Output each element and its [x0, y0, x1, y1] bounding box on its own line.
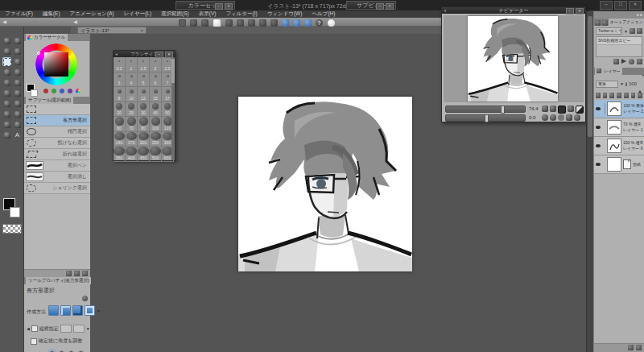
- aspect-unit-dropdown-icon[interactable]: ▼: [86, 326, 90, 331]
- frame-border-tool-icon[interactable]: [13, 120, 22, 129]
- blend-mode-dropdown[interactable]: 乗算: [596, 81, 618, 88]
- menu-selection[interactable]: 選択範囲(S): [156, 10, 194, 18]
- delete-icon[interactable]: [248, 19, 255, 27]
- zoom-in-icon[interactable]: [550, 106, 556, 112]
- draft-layer-icon[interactable]: [624, 93, 629, 98]
- undo-icon[interactable]: [225, 19, 233, 27]
- magnifier-icon[interactable]: [82, 296, 88, 301]
- fit-to-screen-icon[interactable]: [568, 106, 574, 112]
- collapse-palette-icon[interactable]: ◀: [72, 19, 78, 26]
- zoom-out-icon[interactable]: [542, 106, 548, 112]
- navigator-titlebar[interactable]: ◂ ナビゲーター − ▾: [442, 7, 585, 14]
- layer-thumbnail[interactable]: [607, 101, 621, 116]
- zoom-tool-icon[interactable]: [2, 36, 11, 45]
- figure-tool-icon[interactable]: [2, 120, 11, 129]
- brush-size-cell[interactable]: 30: [138, 102, 150, 118]
- auto-action-list-icon[interactable]: [630, 28, 635, 34]
- brush-size-cell[interactable]: 400: [126, 147, 138, 162]
- auto-action-item[interactable]: SNS投稿用コピー: [597, 37, 642, 45]
- layer-row[interactable]: 100 % 乗算 レイヤー 2: [594, 100, 644, 118]
- play-icon[interactable]: [621, 59, 626, 64]
- layer-move-tool-icon[interactable]: [13, 47, 22, 56]
- zoom-100-icon[interactable]: [558, 106, 566, 114]
- brush-tool-icon[interactable]: [13, 78, 22, 87]
- clip-below-icon[interactable]: [596, 93, 601, 98]
- preset-color-green-icon[interactable]: [52, 89, 56, 93]
- selection-tool-icon[interactable]: [2, 57, 11, 66]
- brush-size-cell[interactable]: 80: [138, 117, 150, 132]
- layer-thumbnail[interactable]: [607, 139, 621, 153]
- blend-mode-expand-icon[interactable]: ▼: [620, 81, 624, 86]
- lock-transparent-icon[interactable]: [609, 93, 614, 98]
- auto-select-tool-icon[interactable]: [13, 57, 22, 66]
- menu-window[interactable]: ウィンドウ(W): [262, 10, 308, 18]
- brush-size-cell[interactable]: 500: [150, 147, 162, 162]
- scale-rotate-icon[interactable]: [270, 19, 278, 27]
- rotate-right-icon[interactable]: [550, 114, 556, 121]
- brush-size-titlebar[interactable]: ◂ ブラシサイズ − ▾: [114, 51, 175, 57]
- move-tool-icon[interactable]: [13, 36, 22, 45]
- sub-color-swatch[interactable]: [10, 207, 20, 217]
- color-wheel[interactable]: [35, 43, 77, 85]
- menu-edit[interactable]: 編集(E): [38, 10, 65, 18]
- text-tool-icon[interactable]: A: [13, 130, 22, 139]
- navigator-zoom-slider[interactable]: [445, 106, 526, 113]
- brush-size-cell[interactable]: 200: [138, 132, 150, 147]
- layer-visible-icon[interactable]: [596, 107, 601, 110]
- window-close-icon[interactable]: ×: [629, 1, 642, 10]
- stop-icon[interactable]: [613, 59, 619, 64]
- rainbow-wheel-icon[interactable]: [76, 89, 80, 93]
- color-wheel-tab[interactable]: カラーサークル: [26, 34, 68, 41]
- menu-layer[interactable]: レイヤー(L): [119, 10, 156, 18]
- window-maximize-icon[interactable]: □: [614, 1, 627, 10]
- open-icon[interactable]: [201, 19, 208, 27]
- aspect-width-field[interactable]: [60, 325, 72, 333]
- color-set-close-icon[interactable]: ×: [225, 3, 233, 10]
- brush-size-cell[interactable]: 1: [126, 57, 138, 72]
- eyedropper-tool-icon[interactable]: [2, 68, 11, 77]
- brush-size-cell[interactable]: 100: [150, 117, 162, 132]
- show-current-tool-icon[interactable]: [179, 19, 186, 27]
- canvas-tab-close-icon[interactable]: ×: [140, 27, 143, 34]
- sub-tool-item-selection-eraser[interactable]: 選択消し: [24, 172, 90, 183]
- sub-tool-item-shrink[interactable]: シュリンク選択: [24, 183, 90, 194]
- brush-size-cell[interactable]: 5: [138, 72, 150, 88]
- navigator-minimize-icon[interactable]: −: [566, 8, 574, 14]
- brush-size-cell[interactable]: 15: [150, 87, 162, 102]
- eraser-tool-icon[interactable]: [2, 99, 11, 108]
- saturation-value-square[interactable]: [44, 52, 68, 77]
- history-tab-icon[interactable]: [595, 20, 601, 26]
- brush-size-cell[interactable]: 1.5: [138, 57, 150, 72]
- layer-visible-icon[interactable]: [596, 163, 601, 166]
- transparent-color-swatch[interactable]: [2, 224, 22, 234]
- decoration-tool-icon[interactable]: [13, 89, 22, 97]
- navigator-rotate-slider[interactable]: [445, 114, 526, 122]
- preset-color-purple-icon[interactable]: [68, 89, 72, 93]
- brush-size-cell[interactable]: 70: [126, 117, 138, 132]
- preset-color-blue-icon[interactable]: [60, 89, 64, 93]
- pen-tool-icon[interactable]: [13, 68, 22, 77]
- angle-checkbox[interactable]: [31, 338, 37, 345]
- deselect-icon[interactable]: [259, 19, 266, 27]
- brush-size-cell[interactable]: 450: [138, 147, 150, 162]
- layer-visible-icon[interactable]: [596, 126, 601, 129]
- enable-mask-icon[interactable]: [617, 93, 621, 98]
- auto-action-lock-icon[interactable]: [637, 28, 642, 34]
- reset-rotate-icon[interactable]: [558, 114, 564, 121]
- sub-view-minimize-icon[interactable]: −: [376, 3, 384, 10]
- delete-layer-icon[interactable]: [636, 345, 642, 350]
- hue-cursor[interactable]: [37, 52, 40, 55]
- brush-size-cell[interactable]: 60: [114, 117, 126, 132]
- pencil-tool-icon[interactable]: [2, 78, 11, 87]
- sub-color-chip[interactable]: [31, 89, 38, 97]
- method-add-icon[interactable]: [60, 305, 71, 316]
- aspect-height-field[interactable]: [73, 325, 85, 333]
- ruler-tool-icon[interactable]: [2, 130, 11, 139]
- brush-size-cell[interactable]: 3: [114, 72, 126, 88]
- help-icon[interactable]: ?: [316, 19, 323, 27]
- snap-to-special-ruler-icon[interactable]: [293, 19, 300, 27]
- sub-tool-item-lasso[interactable]: 投げなわ選択: [24, 138, 90, 149]
- brush-size-cell[interactable]: 40: [150, 102, 162, 118]
- sub-view-close-icon[interactable]: ×: [386, 3, 394, 10]
- window-minimize-icon[interactable]: −: [600, 1, 613, 10]
